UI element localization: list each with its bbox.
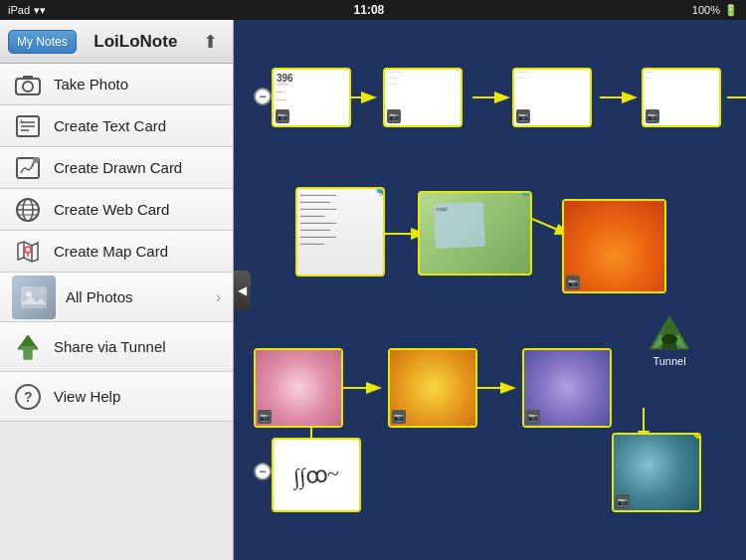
svg-line-10 [32, 162, 34, 166]
battery-label: 100% [692, 4, 720, 16]
camera-badge-1: 📷 [276, 109, 289, 123]
create-drawn-card-label: Create Drawn Card [54, 159, 182, 176]
share-button[interactable]: ⬆ [195, 27, 225, 57]
sidebar-collapse-handle[interactable]: ◀ [234, 271, 251, 310]
take-photo-label: Take Photo [54, 76, 128, 93]
sidebar-item-create-map-card[interactable]: Create Map Card [0, 231, 233, 273]
svg-text:?: ? [24, 389, 33, 405]
tunnel-decoration: Tunnel [648, 313, 691, 367]
share-icon: ⬆ [203, 31, 218, 53]
svg-rect-21 [21, 286, 47, 308]
camera-badge-3: 📷 [516, 109, 530, 123]
sidebar-item-all-photos[interactable]: All Photos › [0, 273, 233, 322]
card-2[interactable]: ‾‾‾‾‾‾‾‾ ‾‾‾‾‾ ‾‾‾‾‾‾ 📷 [383, 68, 463, 127]
drawn-card-icon [12, 152, 44, 184]
sidebar-item-create-web-card[interactable]: Create Web Card [0, 189, 233, 231]
tunnel-icon [12, 331, 44, 363]
signature-content: ∫∫ꝏ~ [292, 461, 340, 490]
sidebar-header: My Notes LoiLoNote ⬆ [0, 20, 233, 64]
card-flower-pink[interactable]: 📷 [254, 348, 343, 428]
map-card-icon [12, 236, 44, 268]
svg-text:A: A [18, 117, 24, 125]
web-card-icon [12, 194, 44, 226]
camera-badge-pink: 📷 [258, 410, 272, 424]
svg-rect-2 [23, 76, 33, 80]
camera-badge-orange: 📷 [566, 276, 580, 289]
text-card-icon: A [12, 110, 44, 142]
card-flower-purple[interactable]: 📷 [522, 348, 612, 428]
help-icon: ? [12, 381, 44, 413]
camera-badge-purple: 📷 [526, 410, 540, 424]
card-3[interactable]: ‾‾‾‾‾ ‾ ‾‾‾‾ 📷 [512, 68, 592, 127]
app-title: LoiLoNote [83, 32, 189, 52]
create-web-card-label: Create Web Card [54, 201, 169, 218]
tunnel-label: Tunnel [653, 355, 685, 367]
svg-point-43 [661, 334, 677, 344]
camera-badge-yellow: 📷 [392, 410, 406, 424]
chevron-right-icon: › [216, 288, 221, 306]
photos-thumbnail [12, 276, 56, 319]
card-signature[interactable]: ∫∫ꝏ~ [272, 438, 361, 512]
svg-point-19 [25, 247, 31, 253]
collapse-icon: ◀ [238, 283, 247, 297]
minus-button-1[interactable]: − [254, 88, 272, 105]
status-left: iPad ▾▾ [8, 4, 46, 17]
create-text-card-label: Create Text Card [54, 117, 166, 134]
camera-badge-water: 📷 [616, 494, 630, 508]
all-photos-label: All Photos [66, 288, 206, 305]
sidebar-item-view-help[interactable]: ? View Help [0, 372, 233, 422]
card-4[interactable]: ‾‾‾‾ ‾‾ 📷 [642, 68, 721, 127]
status-bar: iPad ▾▾ 11:08 100% 🔋 [0, 0, 746, 20]
sidebar-item-share-tunnel[interactable]: Share via Tunnel [0, 322, 233, 372]
svg-point-1 [23, 82, 33, 92]
sidebar: My Notes LoiLoNote ⬆ Take Photo A [0, 20, 234, 560]
card-document[interactable]: ━━━━━━━━━━━━━━━━━━━━━━━━━━━━━━━━━━━━━━━━… [295, 187, 385, 277]
carrier-label: iPad [8, 4, 30, 16]
view-help-label: View Help [54, 388, 120, 405]
svg-marker-16 [18, 242, 38, 262]
card-flower-orange[interactable]: 📷 [562, 199, 666, 293]
canvas-area[interactable]: ◀ − 396 ‾‾‾‾‾‾‾‾‾‾‾‾‾‾‾ 📷 [234, 20, 746, 560]
camera-icon [12, 69, 44, 100]
status-right: 100% 🔋 [692, 4, 738, 17]
svg-marker-41 [659, 315, 679, 335]
camera-badge-2: 📷 [387, 109, 401, 123]
card-map[interactable]: map 🐦 [418, 191, 532, 276]
sidebar-item-create-text-card[interactable]: A Create Text Card [0, 105, 233, 147]
minus-button-2[interactable]: − [254, 463, 272, 480]
card-water[interactable]: 📷 [612, 433, 701, 512]
share-tunnel-label: Share via Tunnel [54, 338, 166, 355]
create-map-card-label: Create Map Card [54, 243, 168, 260]
my-notes-button[interactable]: My Notes [8, 30, 77, 54]
time-label: 11:08 [354, 3, 385, 17]
battery-icon: 🔋 [724, 4, 738, 17]
card-handwritten-1[interactable]: 396 ‾‾‾‾‾‾‾‾‾‾‾‾‾‾‾ 📷 [272, 68, 351, 127]
sidebar-item-take-photo[interactable]: Take Photo [0, 64, 233, 105]
wifi-icon: ▾▾ [34, 4, 46, 17]
card-flower-yellow[interactable]: 📷 [388, 348, 477, 428]
sidebar-item-create-drawn-card[interactable]: Create Drawn Card [0, 147, 233, 189]
camera-badge-4: 📷 [646, 109, 659, 123]
